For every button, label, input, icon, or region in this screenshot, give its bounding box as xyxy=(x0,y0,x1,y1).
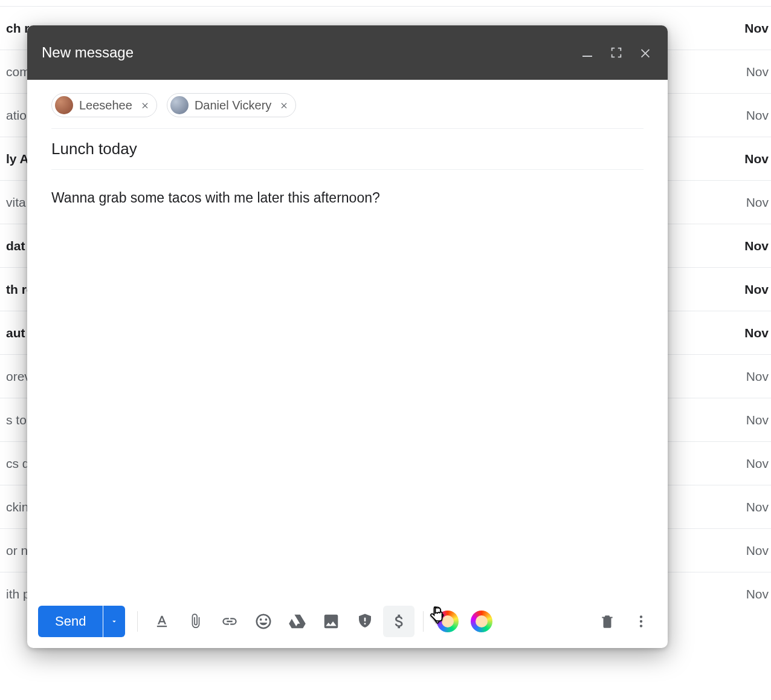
subject-input[interactable] xyxy=(51,140,644,158)
send-group: Send xyxy=(38,606,125,637)
more-options-icon[interactable] xyxy=(625,606,657,637)
send-options-dropdown[interactable] xyxy=(103,606,125,637)
insert-link-icon[interactable] xyxy=(214,606,245,637)
send-money-icon[interactable] xyxy=(383,606,415,637)
attach-file-icon[interactable] xyxy=(180,606,211,637)
formatting-icon[interactable] xyxy=(146,606,178,637)
separator xyxy=(423,611,424,632)
fullscreen-icon[interactable] xyxy=(608,45,624,60)
separator xyxy=(137,611,138,632)
avatar xyxy=(170,96,189,114)
minimize-icon[interactable] xyxy=(579,45,595,60)
confidential-mode-icon[interactable] xyxy=(349,606,381,637)
remove-recipient-icon[interactable] xyxy=(141,101,149,109)
avatar xyxy=(55,96,73,114)
compose-title: New message xyxy=(42,44,134,61)
compose-body: Leesehee Daniel Vickery xyxy=(27,80,668,595)
insert-drive-icon[interactable] xyxy=(282,606,313,637)
svg-point-0 xyxy=(640,615,642,618)
send-button[interactable]: Send xyxy=(38,606,103,637)
compose-window: New message Leesehee Dan xyxy=(27,25,668,648)
extension-icon-2[interactable] xyxy=(466,606,497,637)
recipients-row[interactable]: Leesehee Daniel Vickery xyxy=(51,88,644,129)
insert-photo-icon[interactable] xyxy=(315,606,347,637)
compose-header: New message xyxy=(27,25,668,80)
subject-row xyxy=(51,129,644,170)
close-icon[interactable] xyxy=(637,45,653,60)
insert-emoji-icon[interactable] xyxy=(248,606,279,637)
recipient-chip[interactable]: Leesehee xyxy=(51,93,157,117)
message-body[interactable] xyxy=(51,170,644,595)
remove-recipient-icon[interactable] xyxy=(280,101,288,109)
recipient-name: Daniel Vickery xyxy=(195,99,271,112)
recipient-name: Leesehee xyxy=(79,99,132,112)
extension-icon-1[interactable] xyxy=(432,606,463,637)
compose-header-actions xyxy=(579,45,653,60)
discard-draft-icon[interactable] xyxy=(592,606,623,637)
recipient-chip[interactable]: Daniel Vickery xyxy=(167,93,296,117)
svg-point-2 xyxy=(640,624,642,627)
compose-toolbar: Send xyxy=(27,595,668,648)
svg-point-1 xyxy=(640,620,642,623)
